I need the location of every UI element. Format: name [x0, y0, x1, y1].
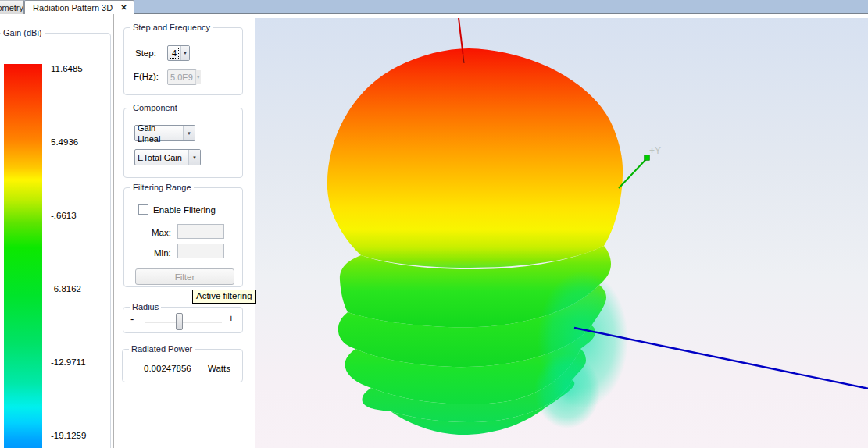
radius-minus-label: -	[130, 313, 134, 325]
close-icon[interactable]: ✕	[120, 4, 127, 12]
z-axis	[459, 18, 463, 54]
chevron-down-icon[interactable]: ▼	[188, 150, 200, 165]
step-frequency-title: Step and Frequency	[130, 23, 213, 33]
component-field-value: ETotal Gain	[135, 152, 188, 163]
radius-slider-thumb[interactable]	[176, 313, 183, 330]
radiated-power-unit: Watts	[208, 364, 230, 373]
max-label: Max:	[152, 228, 171, 237]
component-title: Component	[130, 103, 180, 113]
controls-panel: Step and Frequency Step: 4 ▼ F(Hz): 5.0E…	[114, 14, 255, 448]
freq-label: F(Hz):	[134, 72, 159, 81]
radius-plus-label: +	[228, 312, 234, 324]
chevron-down-icon: ▼	[195, 70, 201, 84]
gain-tick: -19.1259	[51, 431, 105, 440]
component-groupbox: Component Gain Lineal ▼ ETotal Gain ▼	[123, 108, 243, 178]
gain-tick: -12.9711	[51, 357, 105, 367]
chevron-down-icon[interactable]: ▼	[183, 126, 195, 140]
radiated-power-groupbox: Radiated Power 0.00247856 Watts	[122, 349, 243, 382]
component-field-dropdown[interactable]: ETotal Gain ▼	[134, 149, 201, 165]
min-input[interactable]	[177, 244, 224, 258]
max-input[interactable]	[177, 224, 224, 239]
gain-tick: -.6613	[51, 211, 105, 220]
gain-groupbox: Gain (dBi) 11.6485 5.4936 -.6613 -6.8162…	[0, 33, 111, 448]
enable-filtering-label: Enable Filtering	[153, 205, 216, 215]
viewport-3d[interactable]: +Y	[255, 18, 868, 448]
tab-radiation-pattern-3d[interactable]: Radiation Pattern 3D ✕	[24, 0, 134, 14]
radius-slider-track[interactable]	[145, 322, 222, 323]
y-axis	[619, 159, 646, 188]
min-label: Min:	[154, 248, 171, 258]
radiated-power-title: Radiated Power	[129, 344, 195, 354]
gain-title: Gain (dBi)	[1, 28, 45, 38]
tab-geometry-label: ometry	[0, 3, 23, 12]
gain-tick: -6.8162	[51, 284, 105, 293]
gain-tick: 11.6485	[51, 64, 105, 73]
y-axis-label: +Y	[649, 145, 661, 156]
radiated-power-value: 0.00247856	[144, 364, 191, 373]
gain-legend-panel: Gain (dBi) 11.6485 5.4936 -.6613 -6.8162…	[0, 14, 114, 448]
radiation-pattern-plot: +Y	[255, 18, 868, 448]
radius-groupbox: Radius - +	[123, 307, 243, 333]
step-dropdown[interactable]: 4 ▼	[167, 45, 190, 61]
tab-bar: ometry Radiation Pattern 3D ✕	[0, 0, 868, 14]
radiation-lobes	[327, 48, 628, 435]
filtering-range-groupbox: Filtering Range Enable Filtering Max: Mi…	[123, 187, 243, 287]
enable-filtering-checkbox[interactable]	[138, 204, 148, 215]
chevron-down-icon[interactable]: ▼	[180, 46, 189, 60]
step-label: Step:	[135, 48, 156, 58]
component-type-value: Gain Lineal	[135, 123, 183, 144]
gain-colorbar	[4, 64, 42, 448]
active-filtering-tooltip: Active filtering	[192, 290, 256, 304]
tab-geometry[interactable]: ometry	[0, 0, 24, 14]
gain-tick: 5.4936	[51, 137, 105, 147]
tab-radiation-label: Radiation Pattern 3D	[33, 3, 113, 12]
step-value: 4	[170, 48, 178, 58]
frequency-dropdown[interactable]: 5.0E9 ▼	[167, 69, 197, 85]
radius-title: Radius	[130, 302, 161, 312]
filter-button[interactable]: Filter	[135, 268, 234, 285]
step-frequency-groupbox: Step and Frequency Step: 4 ▼ F(Hz): 5.0E…	[123, 27, 243, 95]
component-type-dropdown[interactable]: Gain Lineal ▼	[134, 125, 195, 141]
filtering-range-title: Filtering Range	[130, 183, 194, 193]
freq-value: 5.0E9	[168, 72, 195, 83]
